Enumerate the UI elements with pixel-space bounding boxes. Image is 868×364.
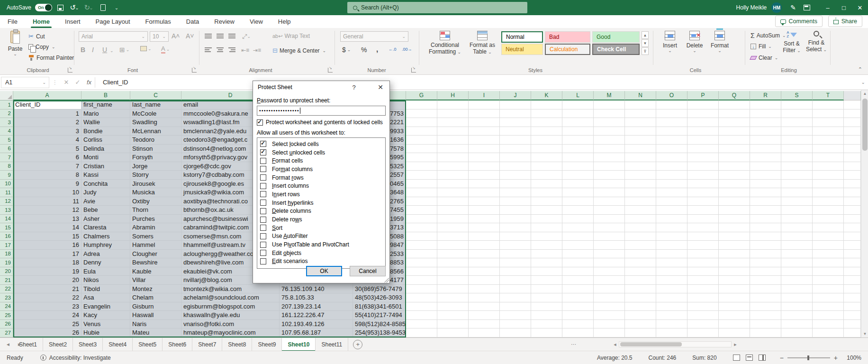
enter-entry-icon[interactable]: ✓ [72, 79, 83, 86]
cell[interactable] [844, 180, 861, 189]
cell[interactable]: 20 [13, 276, 81, 285]
cell[interactable] [594, 215, 625, 224]
cell[interactable] [406, 267, 437, 276]
cell[interactable] [469, 223, 500, 232]
cell[interactable] [656, 206, 687, 215]
cell[interactable] [656, 276, 687, 285]
row-header-16[interactable]: 16 [0, 232, 13, 241]
cell[interactable] [656, 109, 687, 118]
cell[interactable] [562, 302, 594, 311]
font-name-combo[interactable]: Arial ⌄ [79, 31, 148, 42]
cell[interactable] [813, 320, 844, 329]
insert-function-icon[interactable]: fx [83, 79, 95, 86]
cell[interactable] [844, 258, 861, 267]
cell[interactable] [813, 100, 844, 109]
cell[interactable] [437, 258, 469, 267]
cell[interactable] [719, 302, 750, 311]
cell[interactable] [594, 285, 625, 294]
cell[interactable] [813, 162, 844, 171]
cell[interactable] [687, 180, 719, 189]
cell[interactable] [656, 145, 687, 154]
cell[interactable] [750, 188, 781, 197]
cell[interactable]: Swadling [130, 118, 181, 127]
cell[interactable]: Naris [130, 320, 181, 329]
cell[interactable] [437, 250, 469, 259]
inking-pen-icon[interactable]: ✎ [790, 4, 796, 11]
column-header-O[interactable]: O [656, 91, 687, 100]
cell[interactable] [844, 197, 861, 206]
cell[interactable] [656, 162, 687, 171]
cell[interactable] [844, 100, 861, 109]
cell[interactable] [437, 320, 469, 329]
cell[interactable] [469, 162, 500, 171]
cell[interactable] [562, 241, 594, 250]
cell[interactable] [594, 197, 625, 206]
font-color-button[interactable]: A ⌄ [161, 45, 170, 54]
cell[interactable] [781, 136, 813, 145]
cell[interactable] [531, 109, 562, 118]
tab-scroll-right-icon[interactable]: ► [14, 342, 25, 347]
checkbox-unchecked-icon[interactable] [260, 250, 266, 256]
cell[interactable] [813, 188, 844, 197]
cell[interactable] [594, 302, 625, 311]
cell[interactable] [437, 109, 469, 118]
sort-filter-button[interactable]: AZ Sort & Filter ⌄ [781, 31, 803, 54]
percent-style-button[interactable]: % [361, 46, 367, 54]
cell[interactable] [406, 100, 437, 109]
cell[interactable]: 4 [13, 136, 81, 145]
cell[interactable] [813, 145, 844, 154]
page-break-view-icon[interactable] [759, 355, 766, 361]
cell[interactable] [594, 118, 625, 127]
cell[interactable] [531, 311, 562, 320]
cell[interactable] [813, 215, 844, 224]
format-as-table-button[interactable]: Format as Table ⌄ [467, 31, 498, 55]
cell[interactable] [562, 136, 594, 145]
cell[interactable]: Hammel [130, 241, 181, 250]
save-button[interactable] [54, 2, 66, 13]
cell[interactable] [625, 162, 656, 171]
cell[interactable]: 11 [13, 197, 81, 206]
cell[interactable]: Adrea [81, 250, 130, 259]
cell[interactable] [562, 293, 594, 302]
cell[interactable] [813, 171, 844, 180]
dialog-title-bar[interactable]: Protect Sheet [253, 81, 389, 93]
clipboard-dialog-launcher[interactable] [68, 68, 72, 73]
cell[interactable]: Oxtiby [130, 197, 181, 206]
permission-option[interactable]: Use AutoFilter [259, 232, 385, 241]
insert-cells-button[interactable]: ← Insert ⌄ [659, 31, 681, 53]
cell[interactable] [562, 180, 594, 189]
close-button[interactable]: ✕ [852, 0, 868, 15]
cell[interactable] [500, 118, 531, 127]
cell[interactable] [750, 118, 781, 127]
ribbon-display-options-icon[interactable] [804, 5, 810, 10]
cell[interactable] [500, 188, 531, 197]
cell[interactable] [469, 206, 500, 215]
cell[interactable] [406, 328, 437, 337]
cell[interactable] [531, 285, 562, 294]
permission-option[interactable]: Select unlocked cells [259, 148, 385, 157]
cell[interactable] [437, 215, 469, 224]
cell[interactable]: Delinda [81, 145, 130, 154]
cell[interactable] [406, 145, 437, 154]
cell[interactable] [531, 232, 562, 241]
cell[interactable] [594, 127, 625, 136]
hscroll-right-icon[interactable]: ► [732, 342, 739, 347]
cell[interactable] [781, 145, 813, 154]
font-dialog-launcher[interactable] [192, 68, 197, 73]
fill-button[interactable]: ↓ Fill ⌄ [750, 43, 772, 50]
select-all-button[interactable] [0, 91, 13, 100]
cell[interactable] [781, 162, 813, 171]
cell[interactable]: 17 [13, 250, 81, 259]
cell[interactable] [656, 171, 687, 180]
avatar[interactable]: HM [771, 2, 782, 13]
cell[interactable]: 161.122.226.47 [280, 311, 353, 320]
cell[interactable] [781, 328, 813, 337]
ribbon-tab-formulas[interactable]: Formulas [138, 15, 179, 28]
column-header-R[interactable]: R [750, 91, 781, 100]
cell[interactable] [437, 241, 469, 250]
cell[interactable] [531, 162, 562, 171]
checkbox-unchecked-icon[interactable] [260, 233, 266, 239]
row-header-15[interactable]: 15 [0, 223, 13, 232]
checkbox-unchecked-icon[interactable] [260, 183, 266, 189]
cell[interactable] [656, 136, 687, 145]
